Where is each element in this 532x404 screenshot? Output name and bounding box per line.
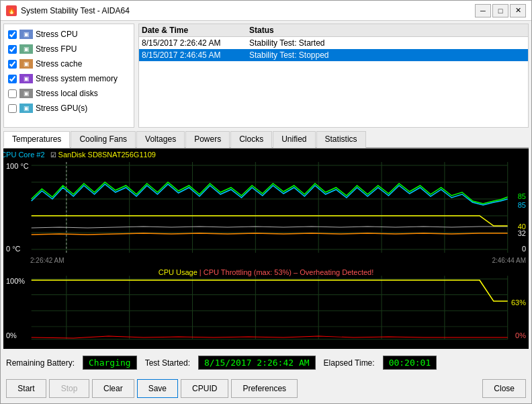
- title-bar: 🔥 System Stability Test - AIDA64 ─ □ ✕: [1, 1, 531, 21]
- close-button[interactable]: Close: [482, 379, 526, 398]
- stress-cpu-label: Stress CPU: [36, 30, 78, 39]
- stress-cpu-item: ▣ Stress CPU: [8, 27, 130, 42]
- temp-y-right-85b: 85: [518, 201, 526, 209]
- usage-y-top: 100%: [6, 277, 25, 285]
- stress-cache-label: Stress cache: [36, 59, 82, 69]
- usage-y-bottom: 0%: [6, 331, 17, 339]
- stress-mem-label: Stress system memory: [36, 74, 118, 83]
- tab-powers[interactable]: Powers: [185, 131, 230, 148]
- temperature-chart: ☑ Motherboard ☑ CPU ☑ CPU Core #1 ☑: [3, 149, 529, 266]
- temp-chart-svg: [3, 149, 529, 266]
- tabs-section: Temperatures Cooling Fans Voltages Power…: [3, 130, 529, 349]
- cpu-icon: ▣: [19, 30, 33, 39]
- elapsed-value: 00:20:01: [383, 356, 437, 370]
- disk-icon: ▣: [19, 89, 33, 98]
- svg-rect-0: [3, 149, 529, 266]
- log-row[interactable]: 8/15/2017 2:26:42 AM Stability Test: Sta…: [139, 37, 528, 49]
- log-status-2: Stability Test: Stopped: [249, 50, 525, 60]
- temp-y-right-85a: 85: [518, 192, 526, 200]
- app-icon: 🔥: [6, 5, 17, 16]
- minimize-button[interactable]: ─: [475, 4, 491, 17]
- legend-cpu-core2: ☑ CPU Core #2: [3, 151, 45, 159]
- status-bar: Remaining Battery: Charging Test Started…: [3, 352, 529, 374]
- col-header-time: Date & Time: [142, 26, 249, 35]
- cache-icon: ▣: [19, 59, 33, 69]
- cpuid-button[interactable]: CPUID: [181, 379, 228, 398]
- tab-voltages[interactable]: Voltages: [136, 131, 185, 148]
- stress-cpu-checkbox[interactable]: [8, 30, 17, 39]
- log-status-1: Stability Test: Started: [249, 38, 525, 48]
- stress-disk-label: Stress local disks: [36, 89, 98, 98]
- usage-chart-svg: [3, 266, 529, 349]
- usage-chart: CPU Usage | CPU Throttling (max: 53%) – …: [3, 266, 529, 349]
- log-time-1: 8/15/2017 2:26:42 AM: [142, 38, 249, 48]
- bottom-buttons: Start Stop Clear Save CPUID Preferences …: [3, 376, 529, 401]
- temp-y-right-32: 32: [518, 229, 526, 237]
- tab-unified[interactable]: Unified: [273, 131, 315, 148]
- charts-area: ☑ Motherboard ☑ CPU ☑ CPU Core #1 ☑: [3, 149, 529, 349]
- stress-mem-checkbox[interactable]: [8, 75, 17, 83]
- stress-options-panel: ▣ Stress CPU ▣ Stress FPU ▣ Stress cache…: [3, 24, 134, 128]
- window-close-button[interactable]: ✕: [510, 4, 526, 17]
- main-content: ▣ Stress CPU ▣ Stress FPU ▣ Stress cache…: [1, 21, 531, 403]
- battery-label: Remaining Battery:: [6, 358, 75, 368]
- stress-gpu-label: Stress GPU(s): [36, 104, 87, 113]
- tab-statistics[interactable]: Statistics: [316, 131, 366, 148]
- usage-chart-title: CPU Usage | CPU Throttling (max: 53%) – …: [3, 268, 529, 276]
- tab-cooling-fans[interactable]: Cooling Fans: [71, 131, 136, 148]
- start-button[interactable]: Start: [6, 379, 46, 398]
- test-started-label: Test Started:: [145, 358, 190, 368]
- fpu-icon: ▣: [19, 44, 33, 54]
- stress-fpu-item: ▣ Stress FPU: [8, 42, 130, 56]
- log-table-header: Date & Time Status: [139, 24, 528, 37]
- elapsed-label: Elapsed Time:: [324, 358, 375, 368]
- battery-value: Charging: [83, 356, 137, 370]
- log-row[interactable]: 8/15/2017 2:46:45 AM Stability Test: Sto…: [139, 49, 528, 61]
- top-section: ▣ Stress CPU ▣ Stress FPU ▣ Stress cache…: [3, 24, 529, 128]
- temp-x-start: 2:26:42 AM: [30, 257, 64, 264]
- stress-gpu-item: ▣ Stress GPU(s): [8, 101, 130, 116]
- maximize-button[interactable]: □: [492, 4, 508, 17]
- title-bar-buttons: ─ □ ✕: [475, 4, 526, 17]
- log-table: Date & Time Status 8/15/2017 2:26:42 AM …: [138, 24, 529, 128]
- stress-mem-item: ▣ Stress system memory: [8, 71, 130, 86]
- test-started-value: 8/15/2017 2:26:42 AM: [198, 356, 316, 370]
- stress-cache-item: ▣ Stress cache: [8, 56, 130, 71]
- mem-icon: ▣: [19, 74, 33, 83]
- log-table-body: 8/15/2017 2:26:42 AM Stability Test: Sta…: [139, 37, 528, 124]
- stress-gpu-checkbox[interactable]: [8, 104, 17, 113]
- stress-fpu-checkbox[interactable]: [8, 45, 17, 54]
- temp-y-top: 100 °C: [6, 162, 29, 170]
- tab-clocks[interactable]: Clocks: [230, 131, 272, 148]
- tab-bar: Temperatures Cooling Fans Voltages Power…: [3, 130, 529, 149]
- temp-y-right-0: 0: [522, 245, 526, 253]
- usage-y-right-0: 0%: [515, 331, 526, 339]
- gpu-icon: ▣: [19, 104, 33, 113]
- save-button[interactable]: Save: [137, 379, 178, 398]
- stress-disk-item: ▣ Stress local disks: [8, 86, 130, 101]
- stress-disk-checkbox[interactable]: [8, 89, 17, 98]
- usage-y-right-pct: 63%: [511, 298, 526, 307]
- legend-sandisk: ☑ SanDisk SD8SNAT256G1109: [50, 151, 156, 159]
- temp-y-bottom: 0 °C: [6, 245, 21, 253]
- stop-button[interactable]: Stop: [49, 379, 89, 398]
- preferences-button[interactable]: Preferences: [231, 379, 298, 398]
- temp-chart-legend: ☑ Motherboard ☑ CPU ☑ CPU Core #1 ☑: [3, 151, 266, 159]
- stress-cache-checkbox[interactable]: [8, 60, 17, 69]
- temp-x-end: 2:46:44 AM: [492, 257, 526, 264]
- main-window: 🔥 System Stability Test - AIDA64 ─ □ ✕ ▣…: [0, 0, 532, 404]
- window-title: System Stability Test - AIDA64: [21, 6, 475, 15]
- log-time-2: 8/15/2017 2:46:45 AM: [142, 50, 249, 60]
- stress-fpu-label: Stress FPU: [36, 44, 77, 54]
- tab-temperatures[interactable]: Temperatures: [3, 131, 70, 148]
- clear-button[interactable]: Clear: [92, 379, 134, 398]
- col-header-status: Status: [249, 26, 525, 35]
